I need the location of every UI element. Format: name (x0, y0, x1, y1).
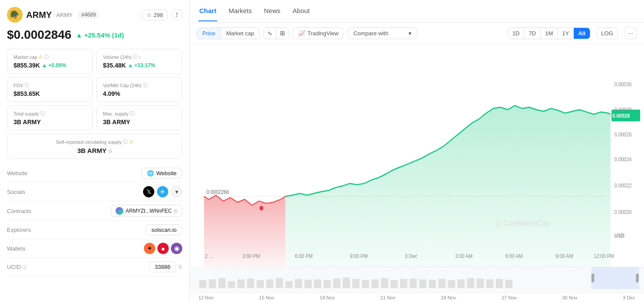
svg-text:9:00 AM: 9:00 AM (555, 253, 573, 259)
vol-mkt-label: Vol/Mkt Cap (24h) ⓘ (103, 82, 176, 88)
time-1m-button[interactable]: 1M (541, 28, 558, 39)
svg-rect-41 (362, 280, 369, 288)
market-cap-button[interactable]: Market cap (221, 28, 259, 39)
external-link-icon[interactable]: › (139, 54, 140, 60)
svg-rect-39 (343, 278, 350, 288)
circulating-label: Self-reported circulating supply ⓘ ⚠ (14, 139, 176, 145)
more-options-button[interactable]: ··· (624, 27, 637, 39)
price-change-value: +25.54% (1d) (84, 31, 124, 39)
website-link[interactable]: 🌐 Website (141, 168, 182, 179)
svg-rect-55 (496, 279, 503, 288)
mini-x-label-5: 24 Nov (441, 295, 456, 300)
explorers-label: Explorers (7, 227, 51, 233)
socials-row: Socials 𝕏 ✈ ▾ (7, 183, 182, 201)
price-button[interactable]: Price (197, 28, 221, 39)
fdv-label: FDV ⓘ (14, 82, 86, 88)
vol-mkt-value: 4.09% (103, 90, 176, 97)
info-icon-cs[interactable]: ⓘ (123, 139, 128, 145)
token-header: 🪖 ARMY ARMY #4689 ☆ 298 ⤴ (7, 7, 182, 23)
trading-view-button[interactable]: 📈 TradingView (293, 27, 344, 39)
share-icon: ⤴ (175, 12, 178, 18)
svg-rect-53 (477, 278, 484, 288)
info-icon-ms[interactable]: ⓘ (130, 110, 135, 117)
svg-rect-33 (285, 281, 292, 288)
svg-text:⬡ CoinMarketCap: ⬡ CoinMarketCap (496, 218, 550, 227)
svg-rect-42 (371, 279, 378, 288)
svg-text:0.00028: 0.00028 (613, 112, 630, 119)
svg-text:9:00 PM: 9:00 PM (350, 253, 368, 259)
svg-rect-43 (381, 278, 388, 288)
mini-x-axis: 12 Nov 15 Nov 18 Nov 21 Nov 24 Nov 27 No… (190, 293, 644, 302)
price-chart-svg: 0.0002266 0.00028 0.00030 0.00028 0.0002… (190, 44, 644, 267)
svg-rect-54 (486, 279, 493, 288)
info-icon-fdv[interactable]: ⓘ (24, 82, 29, 88)
info-icon-volmkt[interactable]: ⓘ (143, 82, 147, 88)
fdv-card: FDV ⓘ $853.65K (7, 77, 93, 102)
copy-ucid-icon[interactable]: ⎘ (179, 264, 182, 270)
svg-rect-58 (591, 274, 594, 282)
contracts-row: Contracts ARMYZt...WNnFEC ⎘ (7, 201, 182, 221)
star-icon: ☆ (147, 12, 152, 18)
solana-icon (116, 207, 123, 215)
max-supply-label: Max. supply ⓘ (103, 110, 176, 117)
more-socials-button[interactable]: ▾ (171, 186, 182, 197)
wallet-3-icon[interactable]: ◉ (171, 243, 182, 254)
svg-text:0.00028: 0.00028 (614, 106, 632, 113)
copy-icon[interactable]: ⎘ (174, 208, 177, 214)
svg-rect-24 (199, 280, 206, 288)
svg-text:0.00022: 0.00022 (614, 182, 632, 189)
svg-rect-27 (228, 281, 235, 288)
time-1y-button[interactable]: 1Y (558, 28, 574, 39)
info-icon[interactable]: ⓘ (44, 54, 49, 60)
info-icon-2[interactable]: ⓘ (133, 54, 137, 60)
svg-rect-34 (295, 279, 302, 288)
token-symbol: ARMY (56, 12, 73, 18)
explorer-link[interactable]: solscan.io (146, 224, 182, 235)
chart-area: 0.0002266 0.00028 0.00030 0.00028 0.0002… (190, 44, 644, 267)
star-button[interactable]: ☆ 298 (142, 10, 168, 20)
wallets-value: ✦ ● ◉ (144, 243, 182, 254)
compare-with-button[interactable]: Compare with ▾ (348, 27, 417, 39)
volume-card: Volume (24h) ⓘ › $35.48K ▲ +13.17% (96, 49, 182, 74)
svg-rect-35 (304, 280, 311, 288)
price-change: ▲ +25.54% (1d) (76, 31, 124, 39)
line-chart-icon[interactable]: ∿ (264, 27, 276, 39)
ucid-label: UCID ⓘ (7, 264, 51, 271)
price-marketcap-group: Price Market cap (197, 27, 260, 39)
contracts-label: Contracts (7, 208, 51, 214)
info-icon-ts[interactable]: ⓘ (40, 110, 45, 117)
left-panel: 🪖 ARMY ARMY #4689 ☆ 298 ⤴ $0.0002846 ▲ +… (0, 0, 190, 302)
svg-rect-56 (505, 280, 512, 288)
tab-news[interactable]: News (263, 1, 282, 21)
contract-address: ARMYZt...WNnFEC (126, 208, 172, 214)
log-button[interactable]: LOG (596, 27, 618, 39)
svg-rect-57 (591, 267, 639, 289)
twitter-icon[interactable]: 𝕏 (143, 186, 154, 197)
svg-rect-30 (257, 280, 264, 288)
vol-mkt-card: Vol/Mkt Cap (24h) ⓘ 4.09% (96, 77, 182, 102)
wallet-1-icon[interactable]: ✦ (144, 243, 155, 254)
fdv-value: $853.65K (14, 90, 86, 97)
share-button[interactable]: ⤴ (171, 10, 182, 20)
svg-rect-32 (276, 278, 283, 288)
chart-type-group: ∿ ⊞ (263, 27, 289, 39)
token-logo: 🪖 (7, 7, 23, 23)
volume-label: Volume (24h) ⓘ › (103, 54, 176, 60)
svg-rect-47 (419, 279, 426, 288)
info-icon-ucid[interactable]: ⓘ (22, 265, 27, 270)
nav-tabs: Chart Markets News About (190, 0, 644, 23)
warning-icon: ⚠ (38, 54, 43, 60)
tab-markets[interactable]: Markets (228, 1, 252, 21)
tab-chart[interactable]: Chart (198, 1, 217, 21)
tab-about[interactable]: About (292, 1, 310, 21)
time-7d-button[interactable]: 7D (525, 28, 541, 39)
svg-rect-48 (429, 280, 436, 288)
wallet-2-icon[interactable]: ● (157, 243, 169, 254)
telegram-icon[interactable]: ✈ (157, 186, 168, 197)
ucid-value: 33886 (149, 261, 176, 272)
total-supply-label: Total supply ⓘ (14, 110, 86, 117)
candle-chart-icon[interactable]: ⊞ (276, 27, 289, 39)
time-1d-button[interactable]: 1D (508, 28, 525, 39)
market-cap-card: Market cap ⚠ ⓘ $855.39K ▲ +0.00% (7, 49, 93, 74)
time-all-button[interactable]: All (574, 28, 590, 39)
